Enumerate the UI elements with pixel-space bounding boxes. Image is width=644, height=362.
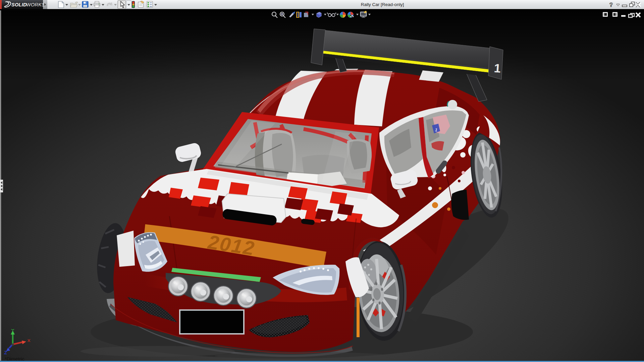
svg-text:SOLID: SOLID [11, 2, 27, 7]
svg-text:WORKS: WORKS [26, 2, 45, 7]
svg-text:?: ? [609, 2, 613, 8]
svg-text:1: 1 [493, 61, 501, 75]
